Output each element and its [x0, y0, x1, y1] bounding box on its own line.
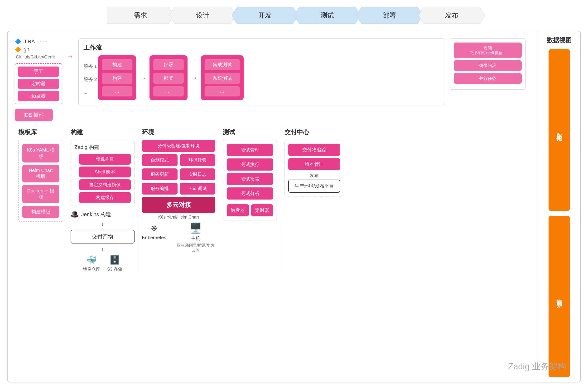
dots-label: ... — [83, 89, 97, 95]
env-row-2: 服务更新 实时日志 — [142, 168, 215, 180]
kubernetes-icon: ⎈ — [151, 222, 157, 233]
jenkins-row: 🎩 Jenkins 构建 — [71, 210, 134, 218]
ide-plugin-btn[interactable]: IDE 插件 — [15, 109, 53, 121]
image-repo-label: 镜像仓库 — [83, 266, 100, 272]
parallel-item: 并行任务 — [454, 73, 522, 84]
git-label: git — [23, 47, 29, 53]
environment-section: 环境 分钟级创建/复制环境 自测模式 环境托管 服务更新 实时日志 服务编排 P… — [138, 128, 219, 272]
test-item-3[interactable]: 测试分析 — [227, 188, 273, 199]
source-section: 🔷 JIRA - - -→ 🔶 git - - -→ GitHub/GitLab… — [15, 38, 62, 121]
template-title: 模板库 — [18, 128, 63, 136]
service1-label: 服务 1 — [83, 63, 97, 70]
env-self-test: 自测模式 — [142, 154, 178, 166]
bottom-row: 模板库 K8s YAML 模版Helm Chart 模版Dockerfile 模… — [15, 128, 573, 272]
build-item-1: 构建 — [102, 59, 132, 70]
notif-item-main: 通知 飞书/钉钉/企业微信... — [454, 43, 522, 58]
env-service-orch: 服务编排 — [142, 183, 178, 195]
trigger-btn-item[interactable]: 触发器 — [18, 91, 59, 101]
test-bottom-0[interactable]: 触发器 — [227, 204, 249, 216]
image-repo-item: 🐳 镜像仓库 — [83, 255, 100, 272]
delivery-center-inner: 交付物追踪版本管理 发布 生产环境/发布平台 — [284, 140, 344, 196]
manual-btn[interactable]: 手工 — [18, 67, 59, 77]
env-managed: 环境托管 — [180, 154, 216, 166]
jira-label: JIRA — [23, 38, 35, 45]
env-pod-debug: Pod 调试 — [180, 183, 216, 195]
git-arrow: - - -→ — [31, 47, 42, 52]
test-item-3: … — [205, 86, 240, 97]
env-row-1: 自测模式 环境托管 — [142, 154, 215, 166]
test-item-1[interactable]: 测试执行 — [227, 158, 273, 171]
zadig-item-1[interactable]: Shell 脚本 — [79, 167, 131, 178]
data-overview-btn[interactable]: 数据概览 — [549, 49, 570, 211]
notification-section: 通知 飞书/钉钉/企业微信... 镜像回滚 并行任务 — [450, 38, 526, 90]
template-item-0[interactable]: K8s YAML 模版 — [22, 144, 59, 163]
source-to-workflow-arrow: → — [67, 38, 74, 60]
s3-label: S3 存储 — [107, 266, 122, 272]
delivery-center-title: 交付中心 — [284, 128, 344, 136]
test-item-0[interactable]: 测试管理 — [227, 144, 273, 156]
workflow-flow: 服务 1 服务 2 ... 构建 构建 … → 部署 部署 … → — [83, 55, 440, 100]
build-inner: Zadig 构建 镜像构建Shell 脚本自定义构建镜像构建缓存 — [71, 140, 134, 207]
service2-label: 服务 2 — [83, 76, 97, 83]
build-item-3: … — [102, 86, 132, 97]
env-grid: 分钟级创建/复制环境 自测模式 环境托管 服务更新 实时日志 服务编排 Pod … — [142, 140, 215, 213]
data-insight-btn[interactable]: 效能洞察 — [549, 216, 570, 378]
flow-arrow-1: → — [139, 74, 146, 82]
env-minute-create: 分钟级创建/复制环境 — [142, 140, 215, 152]
host-sub-label: 亚马逊/阿里/腾讯/华为云等 — [176, 243, 215, 253]
services-col: 服务 1 服务 2 ... — [83, 63, 97, 95]
pipeline-step-4: 部署 — [356, 7, 423, 24]
template-item-2[interactable]: Dockerfile 模版 — [22, 185, 59, 203]
delivery-items: 交付物追踪版本管理 — [288, 144, 340, 170]
zadig-item-0[interactable]: 镜像构建 — [79, 154, 131, 165]
host-item: 🖥️ 主机 亚马逊/阿里/腾讯/华为云等 — [176, 222, 215, 253]
host-icon: 🖥️ — [189, 222, 202, 234]
watermark: Zadig 业务架构 — [508, 361, 566, 373]
main-box: 🔷 JIRA - - -→ 🔶 git - - -→ GitHub/GitLab… — [7, 31, 581, 383]
workflow-title: 工作流 — [83, 43, 440, 52]
artifact-row: 🐳 镜像仓库 🗄️ S3 存储 — [71, 255, 134, 272]
jira-icon: 🔷 — [15, 38, 21, 45]
env-title: 环境 — [142, 128, 215, 136]
build-item-2: 构建 — [102, 73, 132, 84]
build-group: 构建 构建 … — [98, 55, 136, 100]
deploy-item-1: 部署 — [153, 59, 184, 70]
build-section: 构建 Zadig 构建 镜像构建Shell 脚本自定义构建镜像构建缓存 🎩 Je… — [67, 128, 138, 272]
zadig-build-items: 镜像构建Shell 脚本自定义构建镜像构建缓存 — [74, 154, 131, 203]
test-item-1: 集成测试 — [205, 59, 240, 70]
test-bottom-1[interactable]: 定时器 — [251, 204, 273, 216]
delivery-item-1[interactable]: 版本管理 — [288, 158, 340, 170]
jenkins-icon: 🎩 — [71, 210, 79, 218]
delivery-center-section: 交付中心 交付物追踪版本管理 发布 生产环境/发布平台 — [281, 128, 348, 272]
k8s-label: K8s Yaml/Helm Chart — [142, 215, 215, 220]
zadig-item-2[interactable]: 自定义构建镜像 — [79, 179, 131, 190]
test-item-2: 系统测试 — [205, 73, 240, 84]
template-item-1[interactable]: Helm Chart 模版 — [22, 165, 59, 183]
build-title: 构建 — [71, 128, 134, 136]
deploy-item-2: 部署 — [153, 73, 184, 84]
test-title: 测试 — [223, 128, 277, 136]
down-arrow-2: ↓ — [71, 246, 134, 253]
flow-arrow-2: → — [191, 74, 198, 82]
test-item-2[interactable]: 测试报告 — [227, 173, 273, 185]
git-logo: 🔶 git - - -→ — [15, 47, 62, 53]
test-section: 测试 测试管理测试执行测试报告测试分析触发器定时器 — [219, 128, 281, 272]
timer-btn[interactable]: 定时器 — [18, 79, 59, 89]
publish-label: 发布 — [288, 173, 340, 178]
host-label: 主机 — [191, 235, 200, 242]
template-item-3[interactable]: 构建模版 — [22, 206, 59, 218]
test-list: 测试管理测试执行测试报告测试分析触发器定时器 — [223, 140, 277, 220]
delivery-box: 交付产物 — [71, 230, 134, 243]
production-box: 生产环境/发布平台 — [288, 180, 340, 193]
delivery-item-0[interactable]: 交付物追踪 — [288, 144, 340, 156]
zadig-build-title: Zadig 构建 — [74, 144, 131, 151]
github-label: GitHub/GitLab/Gerrit — [15, 55, 62, 60]
pipeline-bar: 需求 设计 开发 测试 部署 发布 — [0, 0, 588, 28]
env-row-3: 服务编排 Pod 调试 — [142, 183, 215, 195]
rollback-item: 镜像回滚 — [454, 60, 522, 71]
trigger-box: 手工 定时器 触发器 — [15, 63, 62, 104]
workflow-box: 工作流 服务 1 服务 2 ... 构建 构建 … → 部署 部署 — [78, 38, 445, 105]
kubernetes-item: ⎈ Kubernetes — [142, 222, 166, 253]
zadig-item-3[interactable]: 构建缓存 — [79, 192, 131, 203]
pipeline-step-2: 开发 — [232, 7, 298, 24]
